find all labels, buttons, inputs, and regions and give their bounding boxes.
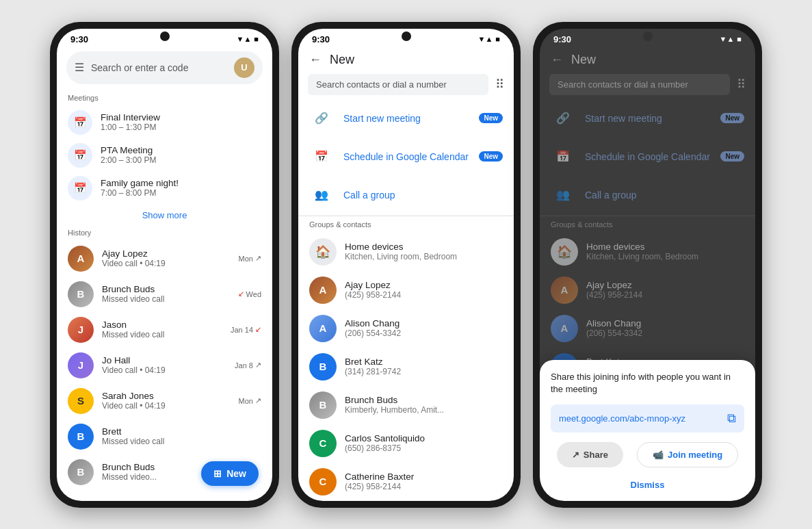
contact-carlos-2[interactable]: C Carlos Santoliquido (650) 286-8375 <box>298 424 514 463</box>
history-meta-sarah: Mon ↗ <box>239 396 261 405</box>
history-item-brunch[interactable]: B Brunch Buds Missed video call ↙ Wed <box>57 276 272 312</box>
battery-icon-3: ■ <box>737 35 742 43</box>
meeting-item-family[interactable]: 📅 Family game night! 7:00 – 8:00 PM <box>57 172 272 205</box>
sheet-actions: ↗ Share 📹 Join meeting <box>551 442 744 467</box>
outgoing-icon-sarah: ↗ <box>255 396 261 405</box>
avatar-bret-2: B <box>309 353 337 380</box>
history-item-ajay[interactable]: A Ajay Lopez Video call • 04:19 Mon ↗ <box>57 241 272 276</box>
history-info-sarah: Sarah Jones Video call • 04:19 <box>102 391 231 411</box>
back-button-2[interactable]: ← <box>309 53 322 67</box>
time-2: 9:30 <box>312 34 330 44</box>
avatar-jo: J <box>68 352 94 378</box>
camera-notch <box>160 31 170 41</box>
phone-2: 9:30 ▼▲ ■ ← New Search contacts or dial … <box>291 22 521 508</box>
outgoing-icon-ajay: ↗ <box>255 254 261 263</box>
meeting-title-3: Family game night! <box>101 178 179 188</box>
contact-info-alison-2: Alison Chang (206) 554-3342 <box>345 318 401 338</box>
new-meeting-fab[interactable]: ⊞ New <box>201 461 259 486</box>
wifi-icon: ▼▲ <box>237 35 252 43</box>
history-meta-jo: Jan 8 ↗ <box>235 361 261 370</box>
time-1: 9:30 <box>70 34 88 44</box>
contact-sub-jo: Video call • 04:19 <box>102 365 226 375</box>
action-start-new-2[interactable]: 🔗 Start new meeting New <box>298 99 514 138</box>
status-icons-1: ▼▲ ■ <box>237 35 259 43</box>
contact-home-devices-2[interactable]: 🏠 Home devices Kitchen, Living room, Bed… <box>298 233 514 271</box>
search-placeholder: Search or enter a code <box>91 62 227 73</box>
meeting-info-1: Final Interview 1:00 – 1:30 PM <box>101 112 160 132</box>
wifi-icon-2: ▼▲ <box>478 35 493 43</box>
contact-name-brett: Brett <box>102 426 253 437</box>
meeting-item-final-interview[interactable]: 📅 Final Interview 1:00 – 1:30 PM <box>57 106 272 139</box>
screen-overlay <box>540 47 755 374</box>
avatar-carlos-2: C <box>309 430 337 457</box>
contact-catherine-2[interactable]: C Catherine Baxter (425) 958-2144 <box>298 463 514 501</box>
search-bar[interactable]: ☰ Search or enter a code U <box>66 51 263 84</box>
meeting-title-1: Final Interview <box>101 112 160 122</box>
meeting-link-row: meet.google.com/abc-mnop-xyz ⧉ <box>551 404 744 433</box>
status-icons-3: ▼▲ ■ <box>720 35 742 43</box>
contact-ajay-2[interactable]: A Ajay Lopez (425) 958-2144 <box>298 271 514 309</box>
phone-3: 9:30 ▼▲ ■ ← New Search contacts or dial … <box>533 22 762 508</box>
contact-name-home-2: Home devices <box>345 242 457 252</box>
history-item-jason[interactable]: J Jason Missed video call Jan 14 ↙ <box>57 312 272 348</box>
camera-notch-2 <box>402 31 411 41</box>
copy-icon[interactable]: ⧉ <box>727 411 736 426</box>
contact-name-bret-2: Bret Katz <box>345 357 401 367</box>
join-label: Join meeting <box>668 450 722 460</box>
meeting-time-1: 1:00 – 1:30 PM <box>101 122 160 132</box>
contact-alison-2[interactable]: A Alison Chang (206) 554-3342 <box>298 309 514 348</box>
history-meta-brunch: ↙ Wed <box>238 289 261 298</box>
video-icon: 📹 <box>653 450 664 460</box>
history-info-ajay: Ajay Lopez Video call • 04:19 <box>102 248 231 268</box>
wifi-icon-3: ▼▲ <box>720 35 735 43</box>
search-contacts-input-2[interactable]: Search contacts or dial a number <box>308 74 488 95</box>
search-contacts-bar-2: Search contacts or dial a number ⠿ <box>298 70 514 99</box>
contact-info-ajay-2: Ajay Lopez (425) 958-2144 <box>345 280 401 300</box>
contact-brunch-2[interactable]: B Brunch Buds Kimberly, Humberto, Amit..… <box>298 386 514 424</box>
history-item-brett[interactable]: B Brett Missed video call <box>57 419 272 454</box>
contact-sub-alison-2: (206) 554-3342 <box>345 328 401 338</box>
meeting-info-2: PTA Meeting 2:00 – 3:00 PM <box>101 145 156 165</box>
meeting-title-2: PTA Meeting <box>101 145 156 155</box>
contact-name-catherine-2: Catherine Baxter <box>345 472 414 482</box>
user-avatar[interactable]: U <box>234 57 254 78</box>
show-more-button[interactable]: Show more <box>57 205 272 226</box>
action-label-group-2: Call a group <box>343 190 503 201</box>
contact-name-sarah: Sarah Jones <box>102 391 231 401</box>
history-info-jo: Jo Hall Video call • 04:19 <box>102 355 226 375</box>
action-schedule-2[interactable]: 📅 Schedule in Google Calendar New <box>298 138 514 176</box>
contact-sub-carlos-2: (650) 286-8375 <box>345 443 425 453</box>
contact-name-ajay: Ajay Lopez <box>102 248 231 259</box>
contact-info-brunch-2: Brunch Buds Kimberly, Humberto, Amit... <box>345 395 444 415</box>
contact-name-brunch: Brunch Buds <box>102 284 230 294</box>
contact-sub-brett: Missed video call <box>102 437 253 446</box>
dialpad-icon-2[interactable]: ⠿ <box>495 77 504 92</box>
meeting-link-text: meet.google.com/abc-mnop-xyz <box>559 413 722 424</box>
dismiss-button[interactable]: Dismiss <box>551 476 744 494</box>
meeting-time-2: 2:00 – 3:00 PM <box>101 155 156 165</box>
share-button[interactable]: ↗ Share <box>557 442 623 467</box>
contact-sub-brunch-2: Kimberly, Humberto, Amit... <box>345 405 444 415</box>
avatar-brett: B <box>68 424 94 450</box>
calendar-icon-2: 📅 <box>68 143 92 168</box>
calendar-icon-action-2: 📅 <box>309 144 334 169</box>
contact-name-carlos-2: Carlos Santoliquido <box>345 433 425 443</box>
new-badge-schedule-2: New <box>479 151 503 162</box>
join-meeting-button[interactable]: 📹 Join meeting <box>637 442 738 467</box>
history-meta-jason: Jan 14 ↙ <box>231 325 261 334</box>
history-info-brett: Brett Missed video call <box>102 426 253 446</box>
history-item-jo[interactable]: J Jo Hall Video call • 04:19 Jan 8 ↗ <box>57 348 272 383</box>
divider-2 <box>298 216 514 216</box>
history-info-brunch: Brunch Buds Missed video call <box>102 284 230 304</box>
history-item-sarah[interactable]: S Sarah Jones Video call • 04:19 Mon ↗ <box>57 383 272 419</box>
missed-icon-jason: ↙ <box>255 325 261 334</box>
action-call-group-2[interactable]: 👥 Call a group <box>298 176 514 214</box>
meeting-item-pta[interactable]: 📅 PTA Meeting 2:00 – 3:00 PM <box>57 139 272 172</box>
contact-bret-2[interactable]: B Bret Katz (314) 281-9742 <box>298 348 514 386</box>
contact-sub-ajay-2: (425) 958-2144 <box>345 290 401 300</box>
contact-name-brunch-2: Brunch Buds <box>345 395 444 405</box>
history-info-jason: Jason Missed video call <box>102 320 222 339</box>
contact-sub-catherine-2: (425) 958-2144 <box>345 482 414 491</box>
meetings-section-label: Meetings <box>57 91 272 106</box>
status-icons-2: ▼▲ ■ <box>478 35 500 43</box>
